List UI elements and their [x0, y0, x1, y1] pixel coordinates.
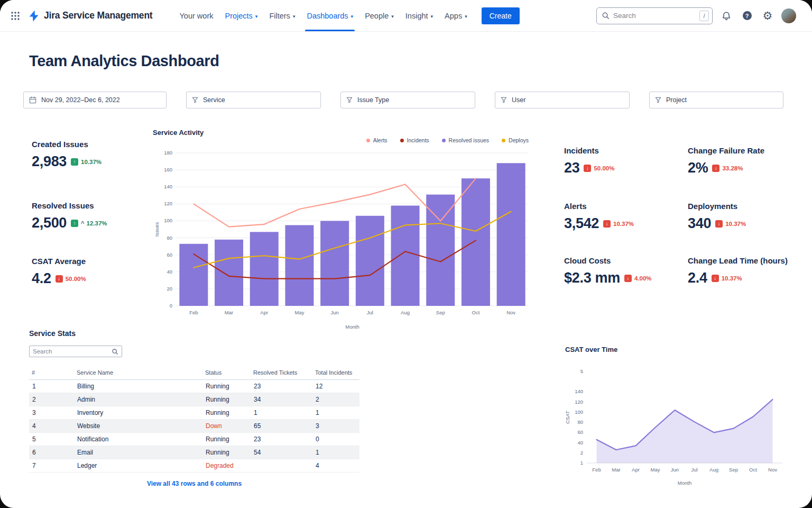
kpi-delta: 10.37% — [613, 221, 634, 227]
chevron-down-icon: ▾ — [255, 14, 258, 19]
resolved-tickets-cell: 23 — [251, 433, 312, 446]
status-cell: Running — [202, 433, 251, 446]
row-number-cell: 5 — [29, 433, 74, 446]
nav-item-label: Dashboards — [307, 12, 348, 20]
filter-icon — [655, 97, 661, 103]
settings-gear-icon[interactable]: ⚙ — [761, 9, 774, 23]
legend-item-alerts[interactable]: Alerts — [366, 137, 387, 143]
jira-logo-icon — [27, 10, 40, 22]
top-navigation: Jira Service Management Your work Projec… — [0, 0, 812, 32]
kpi-label: Created Issues — [32, 140, 102, 149]
trend-badge: ↓ — [712, 275, 719, 282]
resolved-tickets-cell: 1 — [251, 406, 312, 420]
column-header-service-name: Service Name — [74, 366, 202, 380]
svg-text:60: 60 — [577, 429, 583, 435]
kpi-value: 4.2 — [32, 270, 51, 287]
kpi-incidents: Incidents 23 ↓ 50.00% — [564, 146, 614, 176]
svg-text:May: May — [651, 467, 660, 473]
svg-text:2: 2 — [580, 450, 583, 456]
kpi-change-failure-rate: Change Failure Rate 2% ↓ 33.28% — [688, 146, 764, 176]
kpi-label: Change Lead Time (hours) — [688, 256, 788, 265]
svg-text:Oct: Oct — [749, 467, 757, 473]
table-row-admin[interactable]: 2AdminRunning342 — [29, 393, 359, 406]
nav-item-label: Your work — [180, 12, 214, 20]
nav-item-label: Filters — [269, 12, 290, 20]
service-name-cell: Ledger — [74, 459, 202, 473]
brand-home-link[interactable]: Jira Service Management — [27, 10, 153, 22]
legend-item-resolved-issues[interactable]: Resolved issues — [442, 137, 489, 143]
row-number-cell: 3 — [29, 406, 74, 420]
kpi-delta: 10.37% — [81, 159, 102, 165]
table-row-email[interactable]: 6EmailRunning541 — [29, 446, 359, 459]
trend-badge: ↑ — [71, 220, 78, 227]
table-row-website[interactable]: 4WebsiteDown653 — [29, 420, 359, 433]
kpi-value: 2% — [688, 160, 708, 176]
nav-item-apps[interactable]: Apps ▾ — [439, 0, 473, 31]
user-avatar[interactable] — [781, 8, 796, 23]
total-incidents-cell: 12 — [312, 380, 359, 393]
filter-user[interactable]: User — [495, 92, 630, 108]
kpi-label: Change Failure Rate — [688, 146, 764, 155]
svg-text:Feb: Feb — [189, 310, 198, 315]
filter-icon — [192, 97, 198, 103]
legend-item-incidents[interactable]: Incidents — [400, 137, 429, 143]
kpi-value: $2.3 mm — [564, 270, 620, 286]
kpi-card: Deployments 340 ↓ 10.37% — [688, 202, 746, 232]
nav-item-filters[interactable]: Filters ▾ — [263, 0, 301, 31]
table-row-billing[interactable]: 1BillingRunning2312 — [29, 380, 359, 393]
svg-text:Aug: Aug — [709, 467, 718, 473]
kpi-delta: 50.00% — [66, 276, 86, 282]
svg-text:Jun: Jun — [330, 310, 338, 315]
help-icon[interactable]: ? — [740, 9, 754, 23]
notifications-bell-icon[interactable] — [719, 9, 733, 23]
create-button[interactable]: Create — [482, 7, 520, 24]
trend-badge: ↓ — [603, 220, 611, 228]
column-header-: # — [29, 366, 74, 380]
kpi-resolved-issues: Resolved Issues 2,500 ↑ ^ 12.37% — [32, 201, 107, 231]
resolved-tickets-cell: 23 — [251, 380, 312, 393]
calendar-icon — [29, 96, 36, 104]
column-header-status: Status — [202, 366, 251, 380]
chevron-down-icon: ▾ — [351, 14, 354, 19]
filter-project[interactable]: Project — [649, 92, 783, 108]
kpi-delta: 12.37% — [87, 220, 107, 226]
nav-item-your-work[interactable]: Your work — [174, 0, 219, 31]
svg-text:5: 5 — [580, 368, 583, 374]
search-input[interactable] — [613, 12, 699, 20]
status-cell: Running — [202, 446, 251, 459]
nav-item-people[interactable]: People ▾ — [359, 0, 400, 31]
status-cell: Running — [202, 406, 251, 420]
filter-date-range[interactable]: Nov 29, 2022–Dec 6, 2022 — [23, 92, 167, 108]
status-cell: Running — [202, 380, 251, 393]
filter-label: Project — [666, 96, 687, 104]
kpi-delta: 10.37% — [725, 221, 746, 227]
svg-text:Sep: Sep — [436, 310, 445, 315]
chevron-down-icon: ▾ — [293, 14, 296, 19]
search-icon — [112, 348, 118, 355]
svg-text:Apr: Apr — [260, 310, 268, 315]
filter-service[interactable]: Service — [186, 92, 321, 108]
service-name-cell: Website — [74, 420, 202, 433]
table-row-ledger[interactable]: 7LedgerDegraded4 — [29, 459, 359, 473]
column-header-resolved-tickets: Resolved Tickets — [251, 366, 312, 380]
chart-legend: AlertsIncidentsResolved issuesDeploys — [150, 137, 529, 143]
table-search-input[interactable] — [33, 348, 112, 355]
nav-item-projects[interactable]: Projects ▾ — [219, 0, 263, 31]
filter-issue-type[interactable]: Issue Type — [340, 92, 475, 108]
nav-item-dashboards[interactable]: Dashboards ▾ — [301, 0, 359, 31]
service-stats-table: #Service NameStatusResolved TicketsTotal… — [29, 366, 359, 473]
global-search[interactable]: / — [596, 7, 713, 24]
view-all-link[interactable]: View all 43 rows and 6 columns — [29, 480, 359, 487]
legend-item-deploys[interactable]: Deploys — [502, 137, 529, 143]
table-row-notification[interactable]: 5NotificationRunning230 — [29, 433, 359, 446]
kpi-card: Incidents 23 ↓ 50.00% — [564, 146, 614, 176]
table-row-inventory[interactable]: 3InventoryRunning11 — [29, 406, 359, 420]
app-switcher-icon[interactable] — [11, 11, 20, 21]
brand-title: Jira Service Management — [44, 10, 153, 21]
table-search[interactable] — [29, 346, 122, 357]
svg-text:Feb: Feb — [592, 467, 601, 473]
service-name-cell: Inventory — [74, 406, 202, 420]
svg-text:100: 100 — [164, 217, 172, 223]
search-icon — [602, 12, 610, 20]
nav-item-insight[interactable]: Insight ▾ — [400, 0, 439, 31]
